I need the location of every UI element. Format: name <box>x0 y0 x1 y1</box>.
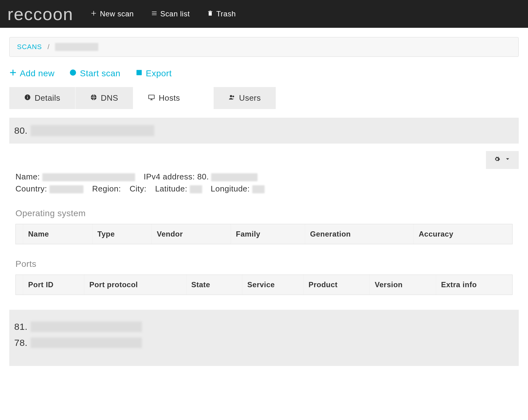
host-info: Name: IPv4 address: 80. Country: Region:… <box>9 172 519 194</box>
monitor-icon <box>148 93 155 103</box>
tab-details-label: Details <box>35 93 60 103</box>
list-icon <box>151 10 157 18</box>
breadcrumb-root[interactable]: SCANS <box>17 43 42 51</box>
nav-trash[interactable]: Trash <box>207 10 236 18</box>
add-new-button[interactable]: Add new <box>9 69 54 78</box>
start-scan-label: Start scan <box>80 69 120 78</box>
svg-point-1 <box>72 71 74 74</box>
nav-scan-list[interactable]: Scan list <box>151 10 190 18</box>
os-table: Name Type Vendor Family Generation Accur… <box>15 224 513 244</box>
page: SCANS / Add new Start scan Export <box>0 28 528 375</box>
tab-users-label: Users <box>239 93 261 103</box>
ports-table-head: Port ID Port protocol State Service Prod… <box>16 275 512 295</box>
ports-col-version: Version <box>370 275 436 295</box>
tab-hosts[interactable]: Hosts <box>133 87 195 109</box>
trash-icon <box>207 10 213 18</box>
plus-icon <box>9 69 17 78</box>
tabs: Details DNS Hosts Users <box>9 87 519 109</box>
city-label: City: <box>130 184 147 194</box>
os-col-generation: Generation <box>305 224 414 244</box>
os-col-vendor: Vendor <box>152 224 231 244</box>
host-ip-redacted <box>31 321 142 332</box>
name-value-redacted <box>42 173 135 181</box>
svg-rect-4 <box>27 96 28 96</box>
country-label: Country: <box>15 184 47 193</box>
host-row[interactable]: 78. <box>14 338 514 348</box>
region-label: Region: <box>92 184 121 194</box>
os-table-head: Name Type Vendor Family Generation Accur… <box>16 224 512 244</box>
os-col-family: Family <box>231 224 305 244</box>
export-button[interactable]: Export <box>135 69 172 78</box>
country-value-redacted <box>49 185 83 193</box>
os-col-type: Type <box>92 224 152 244</box>
tab-details[interactable]: Details <box>9 87 75 109</box>
nav-trash-label: Trash <box>216 10 236 18</box>
nav-new-scan-label: New scan <box>100 10 134 18</box>
host-row[interactable]: 81. <box>14 321 514 332</box>
svg-point-7 <box>230 95 232 97</box>
os-col-handle <box>16 224 23 244</box>
host-ip-prefix: 81. <box>14 321 28 332</box>
ipv4-value-redacted <box>211 173 258 181</box>
users-icon <box>228 93 235 103</box>
os-col-name: Name <box>23 224 92 244</box>
export-icon <box>135 69 143 78</box>
ports-section-title: Ports <box>9 259 519 269</box>
longitude-value-redacted <box>252 185 265 193</box>
top-links: New scan Scan list Trash <box>91 10 236 18</box>
os-section-title: Operating system <box>9 208 519 218</box>
latitude-value-redacted <box>190 185 202 193</box>
host-actions-dropdown[interactable] <box>486 151 519 169</box>
host-ip-redacted <box>31 338 142 348</box>
ports-col-service: Service <box>242 275 304 295</box>
breadcrumb-current-redacted <box>55 43 98 51</box>
host-header[interactable]: 80. <box>9 118 519 144</box>
ports-col-extra: Extra info <box>436 275 512 295</box>
tab-users[interactable]: Users <box>214 87 275 109</box>
gear-icon <box>494 156 500 164</box>
ports-col-id: Port ID <box>23 275 84 295</box>
nav-new-scan[interactable]: New scan <box>91 10 134 18</box>
longitude-label: Longitude: <box>211 184 250 193</box>
ports-col-product: Product <box>304 275 370 295</box>
host-ip-prefix: 78. <box>14 338 28 348</box>
target-icon <box>69 69 77 78</box>
breadcrumb-separator: / <box>48 43 50 51</box>
info-icon <box>24 93 31 103</box>
plus-icon <box>91 10 97 18</box>
os-col-accuracy: Accuracy <box>414 224 512 244</box>
tab-dns[interactable]: DNS <box>75 87 133 109</box>
globe-icon <box>90 93 97 103</box>
host-actions-row <box>9 151 519 169</box>
ipv4-prefix: 80. <box>197 172 209 181</box>
logo: reccoon <box>7 4 73 24</box>
svg-rect-6 <box>149 95 154 99</box>
host-ip-prefix: 80. <box>14 125 28 136</box>
ports-col-handle <box>16 275 23 295</box>
export-label: Export <box>146 69 172 78</box>
latitude-label: Latitude: <box>155 184 187 193</box>
topbar: reccoon New scan Scan list Trash <box>0 0 528 28</box>
add-new-label: Add new <box>20 69 54 78</box>
action-row: Add new Start scan Export <box>9 69 519 78</box>
svg-rect-3 <box>27 97 28 99</box>
host-ip-redacted <box>31 125 154 136</box>
nav-scan-list-label: Scan list <box>160 10 190 18</box>
start-scan-button[interactable]: Start scan <box>69 69 120 78</box>
caret-down-icon <box>505 156 511 164</box>
ports-col-protocol: Port protocol <box>84 275 186 295</box>
tab-dns-label: DNS <box>101 93 118 103</box>
tab-hosts-label: Hosts <box>159 93 180 103</box>
name-label: Name: <box>15 172 40 181</box>
ports-col-state: State <box>186 275 242 295</box>
collapsed-host-list: 81. 78. <box>9 310 519 366</box>
breadcrumb: SCANS / <box>9 37 519 57</box>
ipv4-label: IPv4 address: <box>144 172 195 181</box>
svg-point-8 <box>232 96 234 98</box>
ports-table: Port ID Port protocol State Service Prod… <box>15 275 513 295</box>
